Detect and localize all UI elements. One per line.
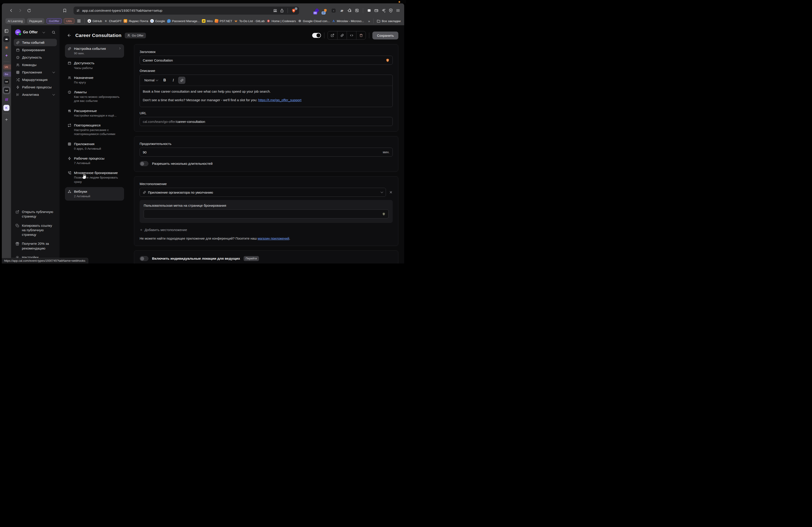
title-input[interactable]: Career Consultation xyxy=(140,56,393,65)
delete-trash-icon[interactable] xyxy=(356,31,366,40)
custom-label-input[interactable] xyxy=(144,209,389,219)
wallet-icon[interactable] xyxy=(374,8,378,13)
team-switcher[interactable]: GO Go Offer xyxy=(14,29,57,39)
nav-item-recurring[interactable]: ПовторяющеесяНастройте расписание с повт… xyxy=(65,121,124,139)
menu-icon[interactable] xyxy=(396,8,400,13)
search-icon[interactable] xyxy=(52,30,56,34)
location-select[interactable]: Приложение организатора по умолчанию xyxy=(140,188,386,197)
tab-group-pill[interactable]: GoOffer xyxy=(46,18,62,24)
bookmark-pstnet[interactable]: PST.NET xyxy=(215,19,232,23)
bookmark-google[interactable]: G Google xyxy=(150,19,165,23)
bookmark-this-icon[interactable] xyxy=(61,7,68,14)
all-bookmarks-button[interactable]: Все закладки xyxy=(377,19,401,23)
bookmark-yandex-mail[interactable]: ✉ Яндекс Почта xyxy=(124,19,148,23)
sidebar-item-routing[interactable]: Маршрутизация xyxy=(14,76,57,84)
sidebar-toggle-icon[interactable] xyxy=(367,8,371,13)
url-input[interactable]: cal.com/team/go-offer/career-consultatio… xyxy=(140,117,393,126)
multiple-durations-toggle[interactable] xyxy=(140,161,148,166)
bookmark-miro[interactable]: Miro xyxy=(202,19,213,23)
sidebar-item-insights[interactable]: Аналитика xyxy=(14,91,57,98)
tab-cal-active[interactable]: Cal xyxy=(3,87,10,94)
bookmark-codewars[interactable]: Home | Codewars xyxy=(266,19,296,23)
bookmark-github[interactable]: ● GitHub xyxy=(88,19,102,23)
description-editor[interactable]: Normal B I Book a free career consultati… xyxy=(140,75,393,107)
tab-group-fragment-gooffer[interactable]: Go xyxy=(3,72,11,77)
sidebar-item-workflows[interactable]: Рабочие процессы xyxy=(14,84,57,91)
bookmark-chatgpt[interactable]: ✳ ChatGPT xyxy=(104,19,121,23)
nav-item-advanced[interactable]: РасширенныеНастройки календаря и ещё... xyxy=(65,106,124,120)
tab-sidebar-toggle-icon[interactable] xyxy=(4,28,10,34)
bookmarks-overflow-chevron[interactable]: » xyxy=(368,19,370,23)
extension-purple-icon[interactable]: 22 xyxy=(314,8,320,13)
extensions-puzzle-icon[interactable] xyxy=(348,8,352,13)
editor-body[interactable]: Book a free career consultation and see … xyxy=(140,86,392,107)
tab-group-pill[interactable]: Utils xyxy=(64,18,74,24)
nav-item-instant-booking[interactable]: Мгновенное бронированиеПозвольте людям б… xyxy=(65,168,124,186)
referral-button[interactable]: Получите 20% за рекомендацию xyxy=(14,240,57,252)
bookmark-google-cloud[interactable]: Google Cloud con... xyxy=(298,19,330,23)
bookmark-password-manager[interactable]: Password Manage... xyxy=(167,19,200,23)
event-enabled-toggle[interactable] xyxy=(312,33,321,38)
forward-button[interactable] xyxy=(17,7,24,14)
tab-kaiten-icon[interactable]: K xyxy=(3,105,10,111)
embed-code-icon[interactable] xyxy=(347,31,356,40)
duration-input[interactable]: 90 мин. xyxy=(140,148,393,157)
nav-item-limits[interactable]: ЛимитыКак часто можно забронировать для … xyxy=(65,88,124,105)
url-text[interactable]: app.cal.com/event-types/1930745?tabName=… xyxy=(82,9,271,13)
send-to-device-icon[interactable] xyxy=(273,9,277,13)
app-store-link[interactable]: магазин приложений xyxy=(258,237,289,240)
nav-item-apps[interactable]: Приложения0 apps, 0 Активный xyxy=(65,139,124,153)
share-icon[interactable] xyxy=(280,9,284,13)
tab-group-fragment-utils[interactable]: Uti xyxy=(3,64,11,70)
reload-button[interactable] xyxy=(26,7,32,14)
bold-button[interactable]: B xyxy=(161,77,168,84)
nav-item-webhooks[interactable]: Вебхуки2 Активный xyxy=(65,187,124,201)
bookmark-gitlab[interactable]: To-Do List · GitLab xyxy=(234,19,264,23)
telegram-link[interactable]: https://t.me/go_offer_support xyxy=(258,98,302,102)
nav-item-assignment[interactable]: НазначениеПо кругу xyxy=(65,73,124,87)
extension-dark-icon[interactable]: ◖ xyxy=(331,8,336,13)
nav-item-availability[interactable]: ДоступностьЧасы работы xyxy=(65,59,124,72)
bookmark-microsoft[interactable]: Miroslav - Microso... xyxy=(332,19,364,23)
apps-grid-icon[interactable] xyxy=(77,19,81,23)
copy-public-link-button[interactable]: Копировать ссылку на публичную страницу xyxy=(14,222,57,239)
insert-link-button[interactable] xyxy=(178,77,185,84)
preview-external-icon[interactable] xyxy=(328,31,337,40)
nav-item-workflows[interactable]: Рабочие процессы7 Активный xyxy=(65,154,124,167)
address-bar[interactable]: app.cal.com/event-types/1930745?tabName=… xyxy=(74,6,299,15)
tab-cal-icon[interactable]: Cal xyxy=(4,79,9,84)
event-setup-nav: Настройка события90 мин. ДоступностьЧасы… xyxy=(65,44,124,264)
tab-group-pill[interactable]: AI Learning xyxy=(5,18,25,24)
pinned-tab-starburst-icon[interactable] xyxy=(3,44,10,50)
text-style-dropdown[interactable]: Normal xyxy=(143,77,160,84)
pinned-tab-gemini-icon[interactable] xyxy=(3,53,10,59)
pinned-tab-crown-icon[interactable] xyxy=(3,36,10,42)
brave-shield-icon[interactable]: 1 xyxy=(291,8,296,13)
vpn-shield-icon[interactable] xyxy=(389,8,393,13)
italic-button[interactable]: I xyxy=(170,77,177,84)
save-button[interactable]: Сохранить xyxy=(372,32,398,40)
team-badge[interactable]: Go Offer xyxy=(125,33,146,38)
go-to-badge[interactable]: Перейти xyxy=(244,256,259,261)
sidebar-item-teams[interactable]: Команды xyxy=(14,61,57,69)
leo-ai-icon[interactable] xyxy=(381,8,386,13)
password-extension-shield-icon[interactable] xyxy=(386,58,390,62)
tab-miro-icon[interactable] xyxy=(3,96,10,103)
sidebar-item-apps[interactable]: Приложения xyxy=(14,69,57,76)
copy-link-icon[interactable] xyxy=(337,31,347,40)
search-tabs-icon[interactable] xyxy=(355,8,359,13)
nav-item-setup[interactable]: Настройка события90 мин. xyxy=(65,44,124,58)
extension-shield-icon[interactable]: 22 xyxy=(322,8,328,13)
sidebar-item-bookings[interactable]: Бронирования xyxy=(14,46,57,54)
tab-group-pill[interactable]: Редакция xyxy=(27,18,44,24)
sidebar-item-event-types[interactable]: Типы событий xyxy=(14,39,57,46)
new-tab-plus-icon[interactable] xyxy=(4,117,10,122)
back-arrow-icon[interactable] xyxy=(66,32,72,38)
add-location-button[interactable]: Добавить местоположение xyxy=(140,228,393,232)
extension-ae-icon[interactable]: æ xyxy=(339,8,345,13)
back-button[interactable] xyxy=(8,7,14,14)
individual-locations-toggle[interactable] xyxy=(140,256,148,261)
remove-location-x-icon[interactable] xyxy=(389,191,393,194)
open-public-page-button[interactable]: Открыть публичную страницу xyxy=(14,208,57,221)
sidebar-item-availability[interactable]: Доступность xyxy=(14,54,57,61)
